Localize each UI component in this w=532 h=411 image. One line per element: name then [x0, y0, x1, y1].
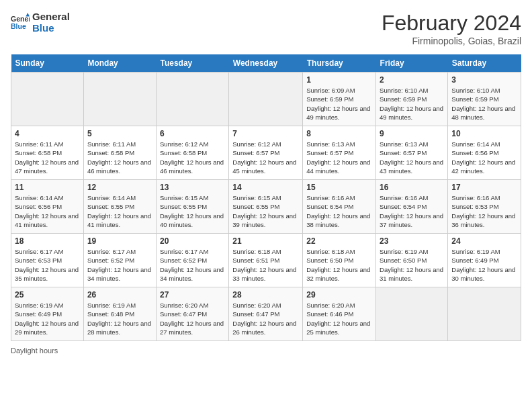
- day-number: 15: [306, 183, 372, 192]
- day-info: Sunrise: 6:10 AMSunset: 6:59 PMDaylight:…: [380, 86, 444, 122]
- day-of-week-header: Wednesday: [229, 54, 303, 73]
- calendar-cell: [156, 73, 228, 126]
- day-info: Sunrise: 6:17 AMSunset: 6:52 PMDaylight:…: [160, 247, 225, 283]
- day-number: 27: [160, 290, 225, 300]
- location: Firminopolis, Goias, Brazil: [382, 36, 521, 46]
- day-info: Sunrise: 6:12 AMSunset: 6:57 PMDaylight:…: [232, 140, 299, 175]
- logo-general: General: [32, 11, 70, 22]
- calendar-cell: 4Sunrise: 6:11 AMSunset: 6:58 PMDaylight…: [11, 126, 84, 180]
- calendar-cell: 7Sunrise: 6:12 AMSunset: 6:57 PMDaylight…: [229, 126, 303, 180]
- day-info: Sunrise: 6:18 AMSunset: 6:50 PMDaylight:…: [306, 247, 372, 283]
- day-number: 12: [87, 183, 152, 192]
- day-of-week-header: Friday: [376, 54, 448, 73]
- calendar-cell: 19Sunrise: 6:17 AMSunset: 6:52 PMDayligh…: [83, 234, 156, 287]
- calendar-cell: 16Sunrise: 6:16 AMSunset: 6:54 PMDayligh…: [376, 180, 448, 234]
- calendar-cell: 23Sunrise: 6:19 AMSunset: 6:50 PMDayligh…: [376, 234, 448, 287]
- day-info: Sunrise: 6:20 AMSunset: 6:46 PMDaylight:…: [306, 301, 372, 336]
- calendar-cell: 10Sunrise: 6:14 AMSunset: 6:56 PMDayligh…: [448, 126, 521, 180]
- calendar-cell: 15Sunrise: 6:16 AMSunset: 6:54 PMDayligh…: [303, 180, 376, 234]
- day-number: 26: [87, 290, 152, 300]
- title-area: February 2024 Firminopolis, Goias, Brazi…: [382, 11, 521, 46]
- day-info: Sunrise: 6:14 AMSunset: 6:55 PMDaylight:…: [87, 193, 152, 229]
- day-info: Sunrise: 6:15 AMSunset: 6:55 PMDaylight:…: [160, 193, 225, 229]
- calendar-cell: 12Sunrise: 6:14 AMSunset: 6:55 PMDayligh…: [83, 180, 156, 234]
- calendar-cell: [448, 287, 521, 341]
- calendar-cell: 22Sunrise: 6:18 AMSunset: 6:50 PMDayligh…: [303, 234, 376, 287]
- day-info: Sunrise: 6:17 AMSunset: 6:52 PMDaylight:…: [87, 247, 152, 283]
- day-info: Sunrise: 6:13 AMSunset: 6:57 PMDaylight:…: [380, 140, 444, 175]
- day-info: Sunrise: 6:16 AMSunset: 6:54 PMDaylight:…: [380, 193, 444, 229]
- day-number: 11: [15, 183, 80, 192]
- day-of-week-header: Sunday: [11, 54, 84, 73]
- calendar-week-row: 11Sunrise: 6:14 AMSunset: 6:56 PMDayligh…: [11, 180, 521, 234]
- calendar-cell: 9Sunrise: 6:13 AMSunset: 6:57 PMDaylight…: [376, 126, 448, 180]
- day-info: Sunrise: 6:17 AMSunset: 6:53 PMDaylight:…: [15, 247, 80, 283]
- day-number: 9: [380, 129, 444, 138]
- calendar-week-row: 25Sunrise: 6:19 AMSunset: 6:49 PMDayligh…: [11, 287, 521, 341]
- calendar-cell: 21Sunrise: 6:18 AMSunset: 6:51 PMDayligh…: [229, 234, 303, 287]
- calendar-cell: 11Sunrise: 6:14 AMSunset: 6:56 PMDayligh…: [11, 180, 84, 234]
- calendar-cell: [83, 73, 156, 126]
- logo: General Blue General Blue: [11, 11, 70, 34]
- day-number: 8: [306, 129, 372, 138]
- svg-text:Blue: Blue: [11, 22, 26, 30]
- calendar-cell: 17Sunrise: 6:16 AMSunset: 6:53 PMDayligh…: [448, 180, 521, 234]
- calendar-cell: [376, 287, 448, 341]
- day-number: 17: [451, 183, 517, 192]
- day-number: 25: [15, 290, 80, 300]
- day-of-week-header: Saturday: [448, 54, 521, 73]
- day-number: 20: [160, 236, 225, 246]
- day-number: 6: [160, 129, 225, 138]
- calendar-cell: 20Sunrise: 6:17 AMSunset: 6:52 PMDayligh…: [156, 234, 228, 287]
- calendar-cell: [229, 73, 303, 126]
- day-info: Sunrise: 6:16 AMSunset: 6:53 PMDaylight:…: [451, 193, 517, 229]
- calendar-cell: 3Sunrise: 6:10 AMSunset: 6:59 PMDaylight…: [448, 73, 521, 126]
- calendar-week-row: 4Sunrise: 6:11 AMSunset: 6:58 PMDaylight…: [11, 126, 521, 180]
- day-info: Sunrise: 6:19 AMSunset: 6:50 PMDaylight:…: [380, 247, 444, 283]
- calendar-cell: 18Sunrise: 6:17 AMSunset: 6:53 PMDayligh…: [11, 234, 84, 287]
- day-number: 29: [306, 290, 372, 300]
- day-number: 13: [160, 183, 225, 192]
- day-number: 14: [232, 183, 299, 192]
- month-title: February 2024: [382, 11, 521, 36]
- day-info: Sunrise: 6:16 AMSunset: 6:54 PMDaylight:…: [306, 193, 372, 229]
- day-number: 7: [232, 129, 299, 138]
- day-info: Sunrise: 6:19 AMSunset: 6:49 PMDaylight:…: [451, 247, 517, 283]
- calendar-cell: 26Sunrise: 6:19 AMSunset: 6:48 PMDayligh…: [83, 287, 156, 341]
- calendar-cell: 24Sunrise: 6:19 AMSunset: 6:49 PMDayligh…: [448, 234, 521, 287]
- calendar-cell: 6Sunrise: 6:12 AMSunset: 6:58 PMDaylight…: [156, 126, 228, 180]
- day-number: 10: [451, 129, 517, 138]
- calendar-cell: 27Sunrise: 6:20 AMSunset: 6:47 PMDayligh…: [156, 287, 228, 341]
- day-info: Sunrise: 6:18 AMSunset: 6:51 PMDaylight:…: [232, 247, 299, 283]
- calendar-week-row: 18Sunrise: 6:17 AMSunset: 6:53 PMDayligh…: [11, 234, 521, 287]
- calendar-cell: 2Sunrise: 6:10 AMSunset: 6:59 PMDaylight…: [376, 73, 448, 126]
- day-number: 28: [232, 290, 299, 300]
- day-info: Sunrise: 6:19 AMSunset: 6:49 PMDaylight:…: [15, 301, 80, 336]
- calendar-cell: 29Sunrise: 6:20 AMSunset: 6:46 PMDayligh…: [303, 287, 376, 341]
- calendar-cell: 5Sunrise: 6:11 AMSunset: 6:58 PMDaylight…: [83, 126, 156, 180]
- day-info: Sunrise: 6:11 AMSunset: 6:58 PMDaylight:…: [87, 140, 152, 175]
- day-number: 22: [306, 236, 372, 246]
- day-number: 16: [380, 183, 444, 192]
- day-info: Sunrise: 6:11 AMSunset: 6:58 PMDaylight:…: [15, 140, 80, 175]
- day-of-week-header: Tuesday: [156, 54, 228, 73]
- day-info: Sunrise: 6:14 AMSunset: 6:56 PMDaylight:…: [15, 193, 80, 229]
- day-number: 1: [306, 75, 372, 85]
- day-info: Sunrise: 6:13 AMSunset: 6:57 PMDaylight:…: [306, 140, 372, 175]
- day-number: 5: [87, 129, 152, 138]
- day-info: Sunrise: 6:15 AMSunset: 6:55 PMDaylight:…: [232, 193, 299, 229]
- calendar-cell: 28Sunrise: 6:20 AMSunset: 6:47 PMDayligh…: [229, 287, 303, 341]
- logo-icon: General Blue: [11, 13, 30, 32]
- day-info: Sunrise: 6:10 AMSunset: 6:59 PMDaylight:…: [451, 86, 517, 122]
- header: General Blue General Blue February 2024 …: [11, 11, 521, 46]
- day-number: 4: [15, 129, 80, 138]
- day-of-week-header: Thursday: [303, 54, 376, 73]
- day-of-week-header: Monday: [83, 54, 156, 73]
- day-info: Sunrise: 6:19 AMSunset: 6:48 PMDaylight:…: [87, 301, 152, 336]
- calendar-cell: 14Sunrise: 6:15 AMSunset: 6:55 PMDayligh…: [229, 180, 303, 234]
- calendar-cell: 13Sunrise: 6:15 AMSunset: 6:55 PMDayligh…: [156, 180, 228, 234]
- day-info: Sunrise: 6:20 AMSunset: 6:47 PMDaylight:…: [160, 301, 225, 336]
- calendar-table: SundayMondayTuesdayWednesdayThursdayFrid…: [11, 54, 521, 341]
- day-number: 3: [451, 75, 517, 85]
- day-info: Sunrise: 6:14 AMSunset: 6:56 PMDaylight:…: [451, 140, 517, 175]
